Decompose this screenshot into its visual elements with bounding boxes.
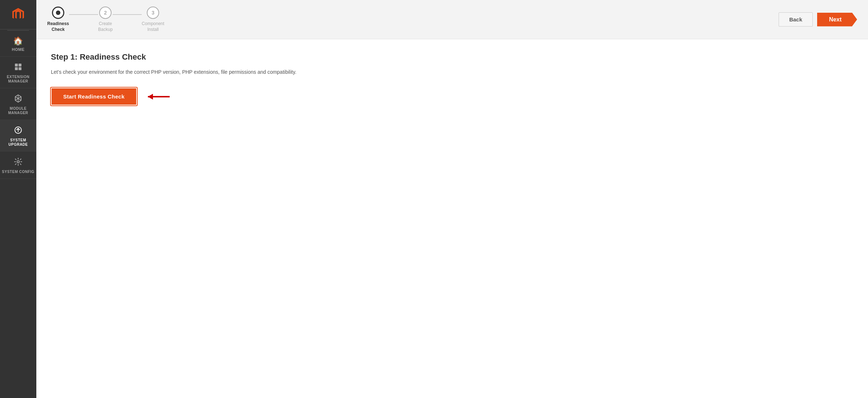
system-config-icon bbox=[14, 157, 23, 168]
step-line-2 bbox=[113, 14, 142, 15]
svg-rect-2 bbox=[15, 67, 18, 70]
step-1-circle bbox=[52, 7, 64, 19]
readiness-action-wrapper: Start Readiness Check bbox=[51, 88, 853, 105]
back-button[interactable]: Back bbox=[779, 12, 813, 27]
start-readiness-check-button[interactable]: Start Readiness Check bbox=[51, 88, 137, 105]
step-1: ReadinessCheck bbox=[47, 7, 69, 32]
sidebar-item-home-label: HOME bbox=[12, 47, 25, 52]
page-title: Step 1: Readiness Check bbox=[51, 52, 853, 62]
sidebar-item-system-config-label: SYSTEM CONFIG bbox=[2, 170, 34, 174]
system-upgrade-icon bbox=[14, 126, 23, 136]
sidebar-item-system-upgrade-label: SYSTEM UPGRADE bbox=[0, 138, 36, 147]
stepper: ReadinessCheck 2 CreateBackup 3 Componen… bbox=[47, 7, 164, 32]
step-line-1 bbox=[69, 14, 98, 15]
sidebar-divider-top bbox=[7, 30, 29, 31]
arrow-indicator bbox=[144, 90, 173, 103]
svg-rect-0 bbox=[15, 64, 18, 67]
content-description: Let's check your environment for the cor… bbox=[51, 68, 853, 76]
step-2-label: CreateBackup bbox=[98, 21, 113, 32]
step-2-circle: 2 bbox=[99, 7, 112, 19]
extension-manager-icon bbox=[14, 63, 23, 73]
stepper-bar: ReadinessCheck 2 CreateBackup 3 Componen… bbox=[36, 0, 868, 39]
next-button[interactable]: Next bbox=[817, 13, 857, 27]
step-3-label: ComponentInstall bbox=[142, 21, 164, 32]
sidebar-logo bbox=[0, 0, 36, 29]
step-3: 3 ComponentInstall bbox=[142, 7, 164, 32]
step-2-number: 2 bbox=[104, 10, 107, 16]
svg-rect-1 bbox=[19, 64, 21, 67]
step-1-label: ReadinessCheck bbox=[47, 21, 69, 32]
sidebar-item-module-manager-label: MODULE MANAGER bbox=[0, 106, 36, 115]
svg-rect-3 bbox=[19, 67, 21, 70]
sidebar-item-system-upgrade[interactable]: SYSTEM UPGRADE bbox=[0, 120, 36, 152]
sidebar-item-module-manager[interactable]: MODULE MANAGER bbox=[0, 88, 36, 120]
svg-point-5 bbox=[17, 161, 19, 163]
step-2: 2 CreateBackup bbox=[98, 7, 113, 32]
stepper-nav: Back Next bbox=[779, 12, 857, 27]
module-manager-icon bbox=[14, 94, 23, 104]
sidebar: 🏠 HOME EXTENSION MANAGER MODULE MANAGER bbox=[0, 0, 36, 398]
sidebar-item-home[interactable]: 🏠 HOME bbox=[0, 31, 36, 57]
content-area: Step 1: Readiness Check Let's check your… bbox=[36, 39, 868, 398]
step-3-number: 3 bbox=[152, 10, 154, 16]
sidebar-item-system-config[interactable]: SYSTEM CONFIG bbox=[0, 152, 36, 179]
sidebar-item-extension-manager[interactable]: EXTENSION MANAGER bbox=[0, 57, 36, 88]
svg-marker-7 bbox=[148, 94, 153, 100]
step-3-circle: 3 bbox=[147, 7, 159, 19]
main-panel: ReadinessCheck 2 CreateBackup 3 Componen… bbox=[36, 0, 868, 398]
sidebar-item-extension-manager-label: EXTENSION MANAGER bbox=[0, 75, 36, 84]
red-arrow-icon bbox=[144, 90, 173, 103]
home-icon: 🏠 bbox=[13, 37, 23, 45]
magento-logo-icon bbox=[10, 7, 26, 23]
